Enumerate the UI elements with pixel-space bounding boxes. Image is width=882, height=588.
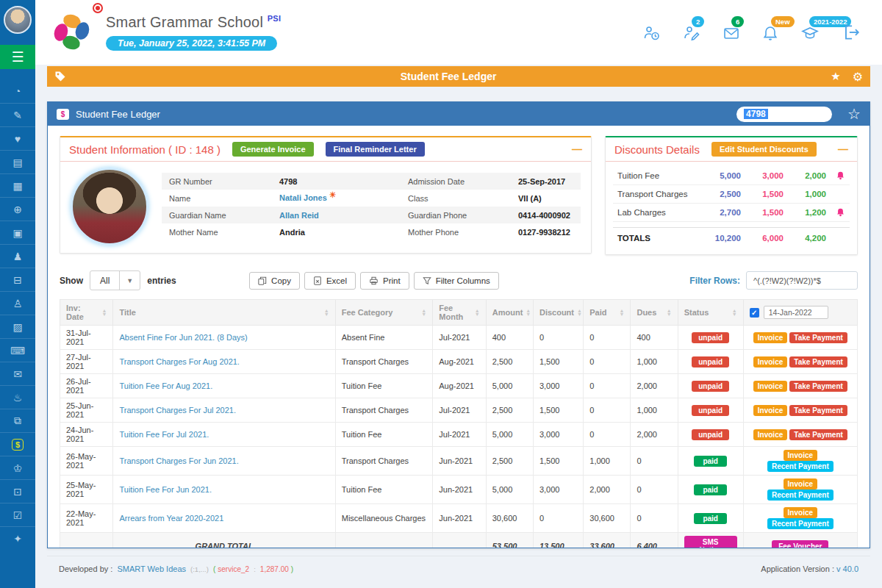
fee-voucher-button[interactable]: Fee Voucher [772, 540, 828, 548]
invoice-button[interactable]: Invoice [753, 429, 787, 440]
cell-paid: 30,600 [584, 504, 631, 533]
gr-search-input[interactable]: 4798 [736, 107, 832, 122]
invoice-button[interactable]: Invoice [784, 507, 817, 518]
school-logo [51, 12, 96, 53]
student-requests-button[interactable]: 2 [682, 24, 701, 42]
take-payment-button[interactable]: Take Payment [789, 356, 847, 368]
cell-category: Transport Charges [335, 398, 433, 423]
column-header[interactable]: Dues▲▼ [631, 300, 678, 326]
collapse-student-panel-button[interactable]: — [572, 143, 582, 155]
date-filter-checkbox[interactable]: ✓ [750, 308, 759, 318]
recent-payment-button[interactable]: Recent Payment [767, 461, 833, 472]
column-header[interactable]: Discount▲▼ [533, 300, 583, 326]
filter-rows-input[interactable] [746, 271, 858, 290]
recent-payment-button[interactable]: Recent Payment [767, 518, 833, 529]
user-clock-button[interactable] [642, 24, 662, 42]
column-header[interactable]: Paid▲▼ [584, 300, 631, 326]
student-promote-icon: ♔ [13, 462, 23, 474]
sidebar-item-staff[interactable]: ♙ [0, 291, 35, 315]
recent-payment-button[interactable]: Recent Payment [767, 490, 833, 501]
excel-icon [313, 276, 322, 285]
column-header[interactable]: Title▲▼ [113, 300, 335, 326]
bookmark-star-icon[interactable]: ☆ [847, 105, 861, 123]
invoice-title-link[interactable]: Tuition Fee For Jun 2021. [119, 485, 212, 494]
invoice-button[interactable]: Invoice [753, 332, 787, 343]
sidebar-item-gallery[interactable]: ▨ [0, 315, 35, 338]
sidebar-item-dashboard[interactable]: ◔ [0, 79, 35, 103]
take-payment-button[interactable]: Take Payment [789, 429, 847, 440]
invoice-title-link[interactable]: Transport Charges For Jul 2021. [119, 406, 236, 415]
final-reminder-button[interactable]: Final Reminder Letter [326, 142, 425, 157]
developer-link[interactable]: SMART Web Ideas [117, 564, 186, 573]
column-header[interactable]: Inv: Date▲▼ [60, 300, 113, 326]
sidebar-item-id-card[interactable]: ▦ [0, 173, 35, 197]
invoice-title-link[interactable]: Transport Charges For Aug 2021. [119, 357, 239, 366]
sidebar-item-person[interactable]: ♟ [0, 244, 35, 268]
cell-date: 25-May-2021 [60, 476, 113, 504]
sidebar-item-student-promote[interactable]: ♔ [0, 456, 35, 479]
invoice-title-link[interactable]: Tuition Fee For Aug 2021. [119, 381, 212, 390]
invoice-button[interactable]: Invoice [784, 478, 817, 490]
entries-select[interactable]: All ▼ [90, 270, 140, 290]
academic-session-button[interactable]: 2021-2022 [800, 24, 820, 42]
sidebar-item-mail-money[interactable]: ✉ [0, 362, 35, 385]
ledger-title: Student Fee Ledger [76, 109, 160, 120]
cell-month: Jun-2021 [433, 504, 486, 533]
sidebar-item-certificate[interactable]: ⊡ [0, 479, 35, 503]
sidebar-item-computer-user[interactable]: ⌨ [0, 338, 35, 362]
column-header[interactable]: Fee Month▲▼ [433, 300, 486, 326]
column-header[interactable]: Fee Category▲▼ [335, 300, 433, 326]
messages-button[interactable]: 6 [722, 24, 741, 42]
invoice-button[interactable]: Invoice [753, 381, 787, 392]
invoice-title-link[interactable]: Tuition Fee For Jul 2021. [119, 430, 209, 439]
sidebar-item-clipboard[interactable]: ▣ [0, 220, 35, 244]
filter-columns-button[interactable]: Filter Columns [414, 272, 499, 290]
sidebar-item-student-edit[interactable]: ✎ [0, 103, 35, 126]
invoice-button[interactable]: Invoice [753, 356, 787, 368]
excel-button[interactable]: Excel [304, 272, 356, 290]
field-value[interactable]: Natali Jones☀ [279, 193, 408, 203]
user-avatar[interactable] [4, 6, 32, 34]
take-payment-button[interactable]: Take Payment [789, 405, 847, 416]
logout-button[interactable] [841, 23, 861, 42]
sidebar-item-fee-ledger[interactable]: $ [0, 432, 35, 456]
cell-category: Tuition Fee [335, 476, 433, 504]
discount-value: 1,500 [741, 190, 784, 198]
invoice-title-link[interactable]: Absent Fine For Jun 2021. (8 Days) [119, 333, 247, 342]
invoice-title-link[interactable]: Transport Charges For Jun 2021. [119, 456, 238, 465]
reminder-bell-icon[interactable] [836, 171, 845, 181]
sidebar-item-library[interactable]: ⧉ [0, 409, 35, 432]
collapse-discounts-panel-button[interactable]: — [838, 143, 848, 155]
hamburger-menu-button[interactable]: ☰ [0, 45, 35, 69]
sidebar-item-health[interactable]: ♥ [0, 126, 35, 150]
print-button[interactable]: Print [360, 272, 409, 290]
column-header[interactable]: Status▲▼ [678, 300, 743, 326]
sidebar-item-graduation[interactable]: ✦ [0, 526, 35, 550]
ledger-card: $ Student Fee Ledger 4798 ☆ Student Info… [47, 101, 870, 548]
date-filter-input[interactable] [764, 306, 828, 319]
ledger-card-header: $ Student Fee Ledger 4798 ☆ [48, 102, 870, 126]
invoice-title-link[interactable]: Arrears from Year 2020-2021 [119, 514, 223, 523]
settings-gears-icon[interactable]: ⚙ [853, 70, 863, 84]
take-payment-button[interactable]: Take Payment [789, 332, 847, 343]
field-value[interactable]: Allan Reid [279, 211, 408, 220]
sidebar-item-birthday[interactable]: ♨ [0, 385, 35, 409]
take-payment-button[interactable]: Take Payment [789, 381, 847, 392]
sidebar-item-tasks[interactable]: ☑ [0, 503, 35, 526]
sms-notice-button[interactable]: SMS Notice [684, 536, 737, 548]
notifications-button[interactable]: New [761, 24, 779, 42]
generate-invoice-button[interactable]: Generate Invoice [232, 142, 314, 157]
invoice-button[interactable]: Invoice [753, 405, 787, 416]
edit-discounts-button[interactable]: Edit Student Discounts [711, 142, 817, 157]
student-info-panel: Student Information ( ID : 148 ) Generat… [60, 136, 592, 254]
sidebar-item-calendar[interactable]: ⊟ [0, 268, 35, 291]
table-row: 25-Jun-2021Transport Charges For Jul 202… [60, 398, 858, 423]
copy-button[interactable]: Copy [249, 272, 300, 290]
sidebar-item-fee-card[interactable]: ▤ [0, 150, 35, 173]
invoice-button[interactable]: Invoice [784, 450, 817, 461]
field-label: Guardian Name [169, 211, 279, 220]
reminder-bell-icon[interactable] [836, 207, 845, 218]
column-header[interactable]: Amount▲▼ [486, 300, 533, 326]
sidebar-item-globe[interactable]: ⊕ [0, 197, 35, 220]
favorite-star-icon[interactable]: ★ [831, 70, 840, 83]
